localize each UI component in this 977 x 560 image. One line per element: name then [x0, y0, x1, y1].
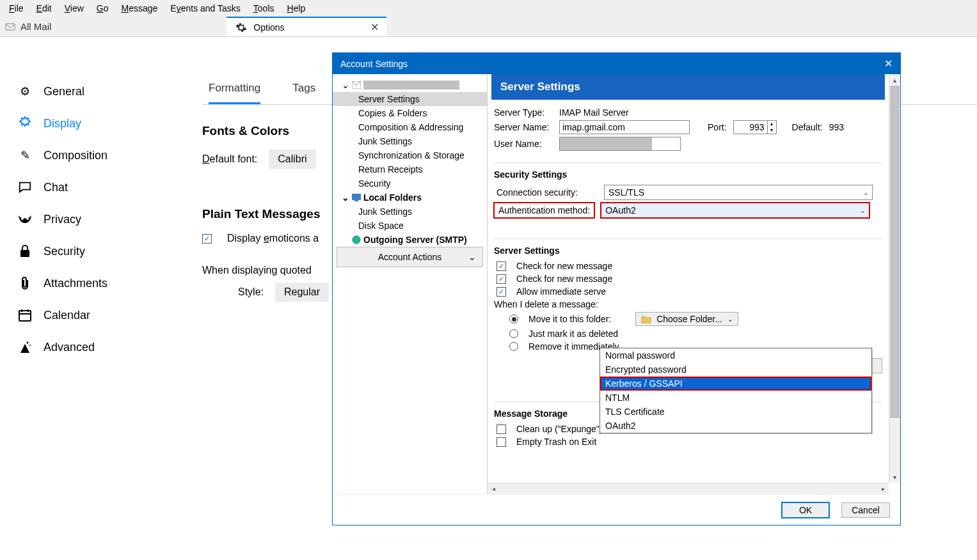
check-startup-label: Check for new message	[516, 261, 612, 271]
scroll-up-icon[interactable]: ▴	[889, 74, 900, 86]
sidebar-item-calendar[interactable]: Calendar	[0, 299, 183, 331]
menu-go[interactable]: Go	[91, 2, 114, 15]
tab-allmail[interactable]: All Mail	[0, 17, 64, 36]
tree-sync-storage[interactable]: Synchronization & Storage	[333, 148, 487, 162]
menu-message[interactable]: Message	[116, 2, 163, 15]
auth-option-oauth2[interactable]: OAuth2	[600, 419, 871, 433]
svg-rect-11	[352, 194, 361, 200]
svg-rect-3	[20, 250, 29, 257]
sidebar-item-composition[interactable]: ✎Composition	[0, 139, 183, 171]
sidebar-item-security[interactable]: Security	[0, 235, 183, 267]
just-mark-label: Just mark it as deleted	[528, 329, 618, 339]
tree-server-settings[interactable]: Server Settings	[333, 92, 487, 106]
auth-option-kerberos[interactable]: Kerberos / GSSAPI	[600, 377, 871, 391]
scroll-thumb[interactable]	[890, 86, 900, 418]
sidebar-label: Calendar	[44, 309, 90, 322]
auth-method-select[interactable]: OAuth2 ⌄	[601, 203, 870, 218]
sidebar-item-advanced[interactable]: Advanced	[0, 331, 183, 363]
scroll-right-icon[interactable]: ▸	[877, 483, 889, 494]
menu-tools[interactable]: Tools	[248, 2, 280, 15]
tab-formatting[interactable]: Formatting	[209, 75, 260, 104]
just-mark-radio[interactable]	[509, 329, 518, 338]
panel-header: Server Settings	[491, 74, 885, 100]
auth-option-tls-cert[interactable]: TLS Certificate	[600, 405, 871, 419]
svg-point-1	[21, 217, 24, 220]
emoticons-checkbox[interactable]: ✓	[202, 234, 212, 244]
dialog-close-icon[interactable]: ✕	[884, 58, 893, 70]
empty-trash-checkbox[interactable]	[496, 437, 506, 447]
style-label: Style:	[238, 286, 264, 298]
auth-option-normal[interactable]: Normal password	[600, 348, 871, 362]
tree-return-receipts[interactable]: Return Receipts	[333, 162, 487, 176]
tree-local-diskspace[interactable]: Disk Space	[333, 219, 487, 233]
auth-option-encrypted[interactable]: Encrypted password	[600, 362, 871, 377]
inbox-icon	[5, 22, 15, 32]
sidebar-label: Attachments	[44, 277, 107, 290]
globe-icon	[352, 235, 361, 244]
server-type-value: IMAP Mail Server	[559, 107, 629, 118]
cleanup-checkbox[interactable]	[496, 424, 506, 434]
svg-rect-12	[354, 200, 358, 201]
default-port-label: Default:	[792, 122, 823, 132]
remove-imm-radio[interactable]	[509, 342, 518, 351]
auth-option-ntlm[interactable]: NTLM	[600, 391, 871, 405]
tab-options[interactable]: Options ✕	[226, 17, 386, 36]
tree-local-junk[interactable]: Junk Settings	[333, 205, 487, 219]
server-name-input[interactable]	[559, 120, 690, 134]
tree-local-folders[interactable]: ⌄ Local Folders	[333, 191, 487, 205]
security-settings-heading: Security Settings	[494, 169, 882, 180]
sidebar-item-privacy[interactable]: Privacy	[0, 203, 183, 235]
calendar-icon	[17, 307, 33, 323]
gear-icon	[235, 22, 247, 33]
account-actions-button[interactable]: Account Actions ⌄	[337, 247, 483, 267]
dialog-title: Account Settings	[340, 59, 408, 69]
move-folder-radio[interactable]	[509, 315, 518, 323]
default-font-select[interactable]: Calibri	[269, 150, 315, 169]
vertical-scrollbar[interactable]: ▴ ▾	[889, 74, 900, 483]
tab-tags[interactable]: Tags	[292, 75, 315, 104]
choose-folder-button[interactable]: Choose Folder... ⌄	[635, 312, 738, 326]
allow-immediate-checkbox[interactable]: ✓	[496, 287, 506, 297]
folder-icon	[641, 315, 651, 323]
sidebar-item-chat[interactable]: Chat	[0, 171, 183, 203]
monitor-icon	[352, 194, 361, 201]
menu-file[interactable]: File	[4, 2, 29, 15]
sidebar-item-general[interactable]: ⚙General	[0, 75, 183, 107]
menu-events-tasks[interactable]: Events and Tasks	[165, 2, 245, 15]
tree-account-root[interactable]: ⌄	[333, 78, 487, 92]
conn-security-select[interactable]: SSL/TLS ⌄	[604, 185, 873, 200]
horizontal-scrollbar[interactable]: ◂ ▸	[488, 483, 889, 494]
spin-down-icon[interactable]: ▼	[768, 127, 776, 134]
scroll-left-icon[interactable]: ◂	[488, 483, 499, 494]
gear-icon: ⚙	[17, 83, 33, 100]
port-spinner[interactable]: ▲▼	[733, 120, 777, 134]
auth-method-dropdown: Normal password Encrypted password Kerbe…	[600, 348, 872, 433]
port-input[interactable]	[734, 122, 767, 132]
sidebar-label: Security	[44, 245, 85, 258]
menu-edit[interactable]: Edit	[31, 2, 57, 15]
spin-up-icon[interactable]: ▲	[768, 121, 776, 127]
sidebar-item-display[interactable]: Display	[0, 107, 183, 139]
style-select[interactable]: Regular	[275, 283, 329, 302]
server-settings-heading: Server Settings	[494, 245, 882, 256]
tree-security[interactable]: Security	[333, 176, 487, 191]
menu-help[interactable]: Help	[282, 2, 311, 15]
cancel-button[interactable]: Cancel	[841, 502, 890, 518]
tree-composition-addressing[interactable]: Composition & Addressing	[333, 120, 487, 134]
check-startup-checkbox[interactable]: ✓	[496, 261, 506, 271]
default-port-value: 993	[829, 122, 844, 132]
menu-view[interactable]: View	[60, 2, 89, 15]
tree-junk-settings[interactable]: Junk Settings	[333, 134, 487, 148]
dialog-titlebar[interactable]: Account Settings ✕	[333, 53, 900, 74]
tree-smtp[interactable]: Outgoing Server (SMTP)	[333, 233, 487, 247]
tab-close-icon[interactable]: ✕	[370, 21, 379, 33]
envelope-icon	[352, 81, 361, 89]
tree-local-folders-label: Local Folders	[363, 192, 422, 203]
ok-button[interactable]: OK	[781, 502, 830, 518]
sidebar-item-attachments[interactable]: Attachments	[0, 267, 183, 299]
scroll-down-icon[interactable]: ▾	[889, 471, 900, 483]
chevron-down-icon: ⌄	[342, 192, 349, 203]
tree-copies-folders[interactable]: Copies & Folders	[333, 106, 487, 120]
chevron-down-icon: ⌄	[727, 316, 733, 323]
check-every-checkbox[interactable]: ✓	[496, 274, 506, 284]
